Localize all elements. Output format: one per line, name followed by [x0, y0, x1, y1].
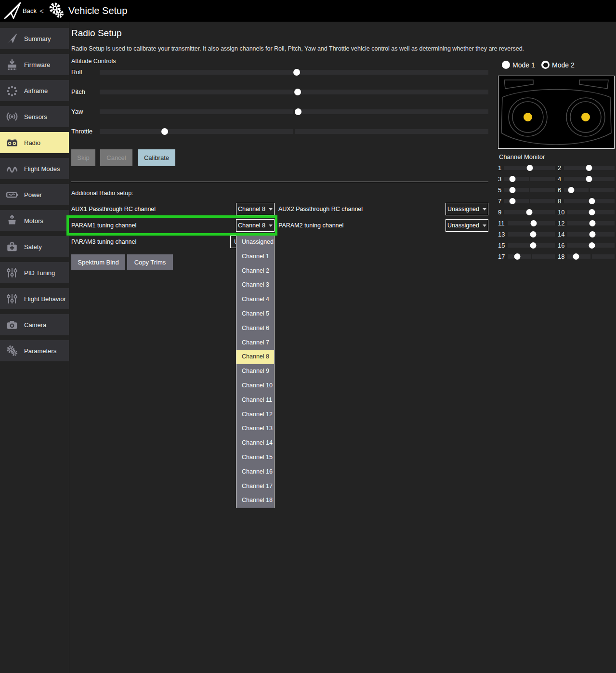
mode2-radio-button[interactable]: [541, 61, 550, 69]
channel-track: [504, 177, 555, 181]
dropdown-option[interactable]: Unassigned: [236, 235, 274, 250]
channel-track: [504, 166, 555, 170]
channel-value-dot: [589, 198, 595, 204]
dropdown-option[interactable]: Channel 1: [236, 250, 274, 264]
sidebar-item-radio[interactable]: Radio: [0, 132, 69, 153]
dropdown-option[interactable]: Channel 6: [236, 321, 274, 336]
aux1-channel-combo[interactable]: Channel 8: [236, 203, 275, 215]
channel-track: [508, 243, 555, 248]
channel-track: [504, 210, 555, 214]
mode2-label[interactable]: Mode 2: [552, 61, 575, 69]
gears-icon: [4, 344, 20, 357]
page-title: Vehicle Setup: [68, 0, 127, 22]
channel-monitor-row: 14: [558, 229, 615, 240]
mode1-radio-button[interactable]: [502, 61, 510, 69]
caret-down-icon: [269, 208, 273, 211]
sidebar-item-firmware[interactable]: Firmware: [0, 54, 69, 75]
sidebar-item-parameters[interactable]: Parameters: [0, 340, 69, 361]
dropdown-option[interactable]: Channel 5: [236, 307, 274, 321]
vehicle-setup-gears-icon: [47, 1, 66, 22]
channel-number: 17: [498, 253, 505, 260]
dropdown-option[interactable]: Channel 13: [236, 422, 274, 436]
channel-number: 6: [558, 186, 561, 194]
paper-plane-logo-icon[interactable]: [3, 1, 22, 22]
dropdown-option[interactable]: Channel 12: [236, 408, 274, 422]
first-aid-icon: [4, 240, 20, 253]
dropdown-option-selected[interactable]: Channel 8: [236, 350, 274, 364]
copy-trims-button[interactable]: Copy Trims: [127, 254, 173, 270]
sidebar-item-safety[interactable]: Safety: [0, 236, 69, 257]
channel-number: 8: [558, 198, 561, 205]
channel-number: 4: [558, 175, 561, 183]
caret-down-icon: [483, 224, 486, 227]
skip-button[interactable]: Skip: [71, 149, 95, 166]
channel-monitor-row: 9: [498, 207, 555, 218]
dropdown-option[interactable]: Channel 16: [236, 465, 274, 479]
pitch-slider-thumb: [294, 89, 301, 95]
channel-number: 9: [498, 209, 501, 216]
aux2-passthrough-label: AUX2 Passthrough RC channel: [278, 203, 363, 215]
channel-number: 13: [498, 231, 505, 238]
channel-value-dot: [530, 231, 537, 238]
vehicle-setup-window: Back < Vehicle Setup Summary Firmware: [0, 0, 616, 673]
dropdown-option[interactable]: Channel 18: [236, 493, 274, 508]
sidebar-item-label: Sensors: [24, 113, 47, 120]
firmware-icon: [4, 58, 20, 71]
caret-down-icon: [483, 208, 486, 211]
sidebar-item-motors[interactable]: Motors: [0, 210, 69, 231]
radio-setup-title: Radio Setup: [71, 28, 122, 39]
sidebar-item-camera[interactable]: Camera: [0, 314, 69, 335]
channel-value-dot: [530, 220, 537, 226]
channel-number: 18: [558, 253, 564, 260]
transmitter-diagram: [498, 76, 615, 149]
throttle-label: Throttle: [71, 128, 92, 135]
channel-monitor-row: 6: [558, 185, 615, 196]
mode1-label[interactable]: Mode 1: [512, 61, 535, 69]
sidebar-item-airframe[interactable]: Airframe: [0, 80, 69, 101]
sidebar-item-flight-behavior[interactable]: Flight Behavior: [0, 288, 69, 309]
sidebar-item-label: Radio: [24, 139, 40, 146]
dropdown-option[interactable]: Channel 11: [236, 393, 274, 408]
channel-monitor-label: Channel Monitor: [499, 153, 545, 160]
param2-tuning-label: PARAM2 tuning channel: [278, 219, 343, 232]
dropdown-option[interactable]: Channel 10: [236, 379, 274, 393]
camera-icon: [4, 318, 20, 331]
channel-value-dot: [586, 165, 592, 171]
pitch-slider: [100, 89, 488, 95]
dropdown-option[interactable]: Channel 15: [236, 450, 274, 465]
param1-channel-combo[interactable]: Channel 8: [236, 219, 275, 232]
cancel-button[interactable]: Cancel: [100, 149, 132, 166]
aux2-channel-combo[interactable]: Unassigned: [446, 203, 488, 215]
dropdown-option[interactable]: Channel 4: [236, 292, 274, 307]
dropdown-option[interactable]: Channel 9: [236, 364, 274, 379]
channel-monitor-row: 16: [558, 240, 615, 251]
radio-icon: [4, 136, 20, 149]
sidebar-item-sensors[interactable]: Sensors: [0, 106, 69, 127]
paper-plane-icon: [4, 32, 20, 45]
sidebar-item-label: Parameters: [24, 347, 56, 355]
dropdown-option[interactable]: Channel 17: [236, 479, 274, 494]
dropdown-option[interactable]: Channel 14: [236, 436, 274, 450]
param2-channel-combo[interactable]: Unassigned: [446, 219, 488, 232]
dropdown-option[interactable]: Channel 7: [236, 336, 274, 350]
channel-track: [504, 199, 555, 203]
channel-monitor: 1 2 3 4 5 6 7 8 9 10 11 12 13 14 15 16 1…: [498, 162, 615, 262]
dropdown-option[interactable]: Channel 3: [236, 278, 274, 292]
channel-monitor-row: 5: [498, 185, 555, 196]
back-button[interactable]: Back: [23, 0, 37, 22]
sidebar-item-label: Motors: [24, 217, 43, 224]
dropdown-option[interactable]: Channel 2: [236, 264, 274, 278]
channel-track: [567, 221, 615, 225]
battery-icon: [4, 188, 20, 201]
calibrate-button[interactable]: Calibrate: [138, 149, 175, 166]
channel-value-dot: [590, 231, 596, 238]
sidebar-item-flight-modes[interactable]: Flight Modes: [0, 158, 69, 179]
sidebar-item-summary[interactable]: Summary: [0, 28, 69, 49]
spektrum-bind-button[interactable]: Spektrum Bind: [71, 254, 125, 270]
throttle-slider: [100, 128, 488, 135]
channel-track: [564, 188, 615, 192]
sidebar-item-pid-tuning[interactable]: PID Tuning: [0, 262, 69, 283]
channel-number: 7: [498, 198, 501, 205]
sidebar-item-power[interactable]: Power: [0, 184, 69, 205]
roll-label: Roll: [71, 68, 82, 76]
